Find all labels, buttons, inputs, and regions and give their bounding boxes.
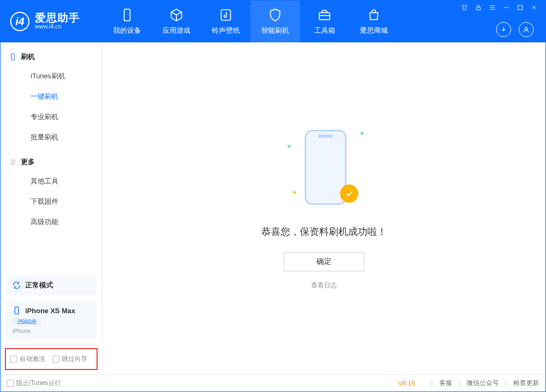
footer: 阻止iTunes运行 V8.16 | 客服 | 微信公众号 | 检查更新: [1, 374, 545, 391]
ok-button[interactable]: 确定: [284, 252, 364, 271]
music-icon: [218, 8, 233, 23]
minimize-button[interactable]: [503, 4, 510, 11]
sidebar-section-more: 更多: [1, 147, 102, 171]
window-controls: [461, 4, 538, 11]
checkbox-auto-activate[interactable]: 自动激活: [10, 354, 45, 364]
nav-label: 爱思商城: [360, 26, 388, 35]
sidebar-section-flash: 刷机: [1, 42, 102, 66]
sidebar-section-label: 刷机: [21, 52, 35, 62]
sparkle-icon: ✦: [286, 143, 292, 150]
sidebar-item-itunes-flash[interactable]: iTunes刷机: [1, 66, 102, 86]
svg-rect-0: [124, 9, 130, 21]
sidebar-item-other-tools[interactable]: 其他工具: [1, 171, 102, 191]
nav-label: 铃声壁纸: [212, 26, 240, 35]
checkbox-label: 自动激活: [19, 354, 45, 364]
header-right: [461, 1, 541, 42]
sidebar-item-pro-flash[interactable]: 专业刷机: [1, 107, 102, 127]
list-icon: [9, 158, 17, 166]
sidebar: 刷机 iTunes刷机 一键刷机 专业刷机 批量刷机 更多 其他工具 下载固件 …: [1, 42, 102, 374]
nav-ringtones[interactable]: 铃声壁纸: [201, 1, 250, 42]
version-label: V8.16: [398, 380, 415, 387]
nav-toolbox[interactable]: 工具箱: [300, 1, 349, 42]
mode-card[interactable]: 正常模式: [6, 275, 97, 295]
app-window: i4 爱思助手 www.i4.cn 我的设备 应用游戏 铃声壁纸 智能刷机: [0, 0, 546, 392]
cube-icon: [169, 8, 184, 23]
checkbox-skip-guide[interactable]: 跳过向导: [53, 354, 87, 364]
option-row-highlight: 自动激活 跳过向导: [5, 348, 98, 370]
wechat-link[interactable]: 微信公众号: [467, 379, 499, 388]
svg-rect-7: [15, 307, 19, 314]
nav-store[interactable]: 爱思商城: [349, 1, 399, 42]
svg-rect-3: [477, 7, 481, 10]
app-name: 爱思助手: [35, 12, 80, 23]
sparkle-icon: ✦: [359, 130, 365, 137]
device-cards: 正常模式 iPhone XS Max 256GB iPhone: [1, 270, 102, 345]
svg-rect-2: [319, 13, 330, 20]
sidebar-item-advanced[interactable]: 高级功能: [1, 212, 102, 232]
refresh-icon: [12, 281, 21, 290]
svg-rect-4: [518, 5, 522, 10]
nav-smart-flash[interactable]: 智能刷机: [250, 1, 300, 42]
svg-point-5: [525, 27, 528, 30]
top-nav: 我的设备 应用游戏 铃声壁纸 智能刷机 工具箱 爱思商城: [102, 1, 399, 42]
lock-icon[interactable]: [475, 4, 482, 11]
nav-apps-games[interactable]: 应用游戏: [152, 1, 201, 42]
nav-label: 我的设备: [113, 26, 141, 35]
sidebar-section-label: 更多: [21, 157, 35, 167]
body: 刷机 iTunes刷机 一键刷机 专业刷机 批量刷机 更多 其他工具 下载固件 …: [1, 42, 545, 374]
close-button[interactable]: [530, 4, 538, 11]
mode-label: 正常模式: [25, 280, 53, 290]
device-icon: [120, 8, 135, 23]
header: i4 爱思助手 www.i4.cn 我的设备 应用游戏 铃声壁纸 智能刷机: [1, 1, 545, 42]
checkbox-icon: [53, 356, 60, 363]
checkbox-icon: [10, 356, 17, 363]
bag-icon: [366, 8, 381, 23]
checkbox-label: 跳过向导: [62, 354, 87, 364]
checkbox-label: 阻止iTunes运行: [16, 379, 61, 388]
svg-rect-6: [11, 54, 14, 60]
check-update-link[interactable]: 检查更新: [513, 379, 539, 388]
success-illustration: ✦ ✦ ✦: [286, 127, 361, 212]
header-buttons: [496, 22, 538, 37]
sidebar-item-batch-flash[interactable]: 批量刷机: [1, 127, 102, 147]
view-log-link[interactable]: 查看日志: [311, 281, 337, 290]
sparkle-icon: ✦: [292, 189, 297, 196]
phone-icon: [12, 306, 21, 315]
logo-icon: i4: [10, 12, 29, 31]
tshirt-icon[interactable]: [461, 4, 468, 11]
download-button[interactable]: [496, 22, 511, 37]
user-button[interactable]: [519, 22, 534, 37]
device-capacity: 256GB: [12, 318, 41, 326]
app-url: www.i4.cn: [35, 23, 80, 30]
maximize-button[interactable]: [517, 4, 524, 11]
nav-my-device[interactable]: 我的设备: [102, 1, 152, 42]
support-link[interactable]: 客服: [439, 379, 452, 388]
nav-label: 工具箱: [314, 26, 335, 35]
logo: i4 爱思助手 www.i4.cn: [1, 1, 102, 42]
svg-rect-1: [221, 10, 230, 20]
checkbox-block-itunes[interactable]: 阻止iTunes运行: [7, 379, 61, 388]
shield-icon: [268, 8, 283, 23]
main-content: ✦ ✦ ✦ 恭喜您，保资料刷机成功啦！ 确定 查看日志: [102, 42, 545, 374]
checkbox-icon: [7, 380, 14, 387]
device-type: iPhone: [12, 328, 90, 334]
sidebar-item-download-fw[interactable]: 下载固件: [1, 191, 102, 212]
device-card[interactable]: iPhone XS Max 256GB iPhone: [6, 301, 97, 339]
nav-label: 应用游戏: [163, 26, 190, 35]
sidebar-item-oneclick-flash[interactable]: 一键刷机: [1, 86, 102, 107]
success-message: 恭喜您，保资料刷机成功啦！: [261, 225, 387, 238]
device-name: iPhone XS Max: [25, 307, 75, 315]
menu-icon[interactable]: [489, 4, 496, 11]
nav-label: 智能刷机: [261, 26, 289, 35]
toolbox-icon: [317, 8, 332, 23]
check-badge-icon: [340, 184, 358, 203]
phone-icon: [9, 53, 17, 61]
